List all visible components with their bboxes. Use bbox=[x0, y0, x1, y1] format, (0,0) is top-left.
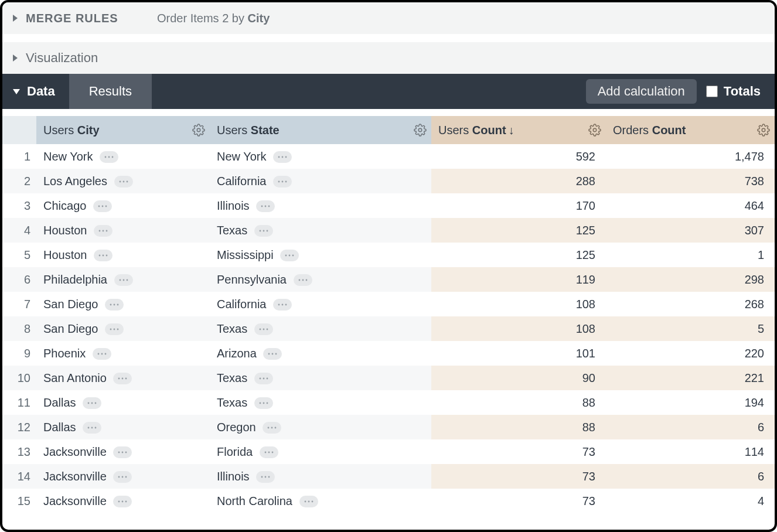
cell-state[interactable]: New York bbox=[210, 144, 431, 169]
visualization-panel[interactable]: Visualization bbox=[2, 42, 775, 74]
cell-state[interactable]: Texas bbox=[210, 366, 431, 390]
ellipsis-icon[interactable] bbox=[113, 496, 132, 507]
cell-orders-count[interactable]: 738 bbox=[606, 169, 775, 193]
cell-city[interactable]: Phoenix bbox=[36, 341, 210, 366]
cell-orders-count[interactable]: 298 bbox=[606, 267, 775, 292]
cell-users-count[interactable]: 88 bbox=[431, 390, 606, 415]
ellipsis-icon[interactable] bbox=[263, 422, 281, 434]
cell-orders-count[interactable]: 307 bbox=[606, 218, 775, 243]
gear-icon[interactable] bbox=[192, 124, 205, 137]
cell-orders-count[interactable]: 464 bbox=[606, 193, 775, 218]
cell-city[interactable]: San Diego bbox=[36, 292, 210, 316]
ellipsis-icon[interactable] bbox=[254, 323, 273, 335]
cell-users-count[interactable]: 108 bbox=[431, 316, 606, 341]
cell-state[interactable]: Arizona bbox=[210, 341, 431, 366]
add-calculation-button[interactable]: Add calculation bbox=[586, 79, 697, 104]
totals-toggle[interactable]: Totals bbox=[706, 74, 775, 109]
cell-state[interactable]: Texas bbox=[210, 390, 431, 415]
cell-city[interactable]: Philadelphia bbox=[36, 267, 210, 292]
ellipsis-icon[interactable] bbox=[254, 225, 273, 237]
column-header-users-count[interactable]: Users Count ↓ bbox=[431, 116, 606, 144]
cell-orders-count[interactable]: 221 bbox=[606, 366, 775, 390]
cell-users-count[interactable]: 73 bbox=[431, 439, 606, 464]
ellipsis-icon[interactable] bbox=[113, 373, 132, 384]
cell-orders-count[interactable]: 1,478 bbox=[606, 144, 775, 169]
cell-users-count[interactable]: 119 bbox=[431, 267, 606, 292]
cell-city[interactable]: Houston bbox=[36, 218, 210, 243]
cell-orders-count[interactable]: 4 bbox=[606, 489, 775, 513]
cell-city[interactable]: New York bbox=[36, 144, 210, 169]
ellipsis-icon[interactable] bbox=[113, 446, 132, 458]
ellipsis-icon[interactable] bbox=[273, 176, 292, 187]
column-header-orders-count[interactable]: Orders Count bbox=[606, 116, 775, 144]
ellipsis-icon[interactable] bbox=[256, 200, 275, 212]
cell-users-count[interactable]: 101 bbox=[431, 341, 606, 366]
cell-orders-count[interactable]: 220 bbox=[606, 341, 775, 366]
cell-state[interactable]: Illinois bbox=[210, 464, 431, 489]
ellipsis-icon[interactable] bbox=[254, 373, 273, 384]
data-tab[interactable]: Data bbox=[2, 74, 69, 109]
merge-rules-panel[interactable]: Merge Rules Order Items 2 by City bbox=[2, 2, 775, 34]
ellipsis-icon[interactable] bbox=[105, 323, 124, 335]
ellipsis-icon[interactable] bbox=[254, 397, 273, 409]
ellipsis-icon[interactable] bbox=[273, 151, 292, 163]
ellipsis-icon[interactable] bbox=[256, 471, 275, 483]
cell-state[interactable]: Texas bbox=[210, 218, 431, 243]
ellipsis-icon[interactable] bbox=[100, 151, 118, 163]
ellipsis-icon[interactable] bbox=[260, 446, 278, 458]
cell-city[interactable]: San Antonio bbox=[36, 366, 210, 390]
ellipsis-icon[interactable] bbox=[299, 496, 318, 507]
cell-state[interactable]: North Carolina bbox=[210, 489, 431, 513]
ellipsis-icon[interactable] bbox=[280, 250, 299, 261]
column-header-state[interactable]: Users State bbox=[210, 116, 431, 144]
ellipsis-icon[interactable] bbox=[94, 225, 113, 237]
ellipsis-icon[interactable] bbox=[113, 471, 132, 483]
cell-users-count[interactable]: 88 bbox=[431, 415, 606, 439]
ellipsis-icon[interactable] bbox=[114, 176, 133, 187]
cell-city[interactable]: Chicago bbox=[36, 193, 210, 218]
cell-city[interactable]: Dallas bbox=[36, 390, 210, 415]
ellipsis-icon[interactable] bbox=[105, 299, 124, 311]
cell-city[interactable]: Houston bbox=[36, 243, 210, 267]
cell-orders-count[interactable]: 194 bbox=[606, 390, 775, 415]
ellipsis-icon[interactable] bbox=[263, 348, 282, 360]
cell-users-count[interactable]: 108 bbox=[431, 292, 606, 316]
cell-orders-count[interactable]: 6 bbox=[606, 464, 775, 489]
cell-orders-count[interactable]: 1 bbox=[606, 243, 775, 267]
cell-state[interactable]: Mississippi bbox=[210, 243, 431, 267]
cell-state[interactable]: Texas bbox=[210, 316, 431, 341]
ellipsis-icon[interactable] bbox=[273, 299, 292, 311]
totals-checkbox[interactable] bbox=[706, 86, 718, 97]
cell-users-count[interactable]: 288 bbox=[431, 169, 606, 193]
cell-users-count[interactable]: 125 bbox=[431, 218, 606, 243]
cell-state[interactable]: Illinois bbox=[210, 193, 431, 218]
ellipsis-icon[interactable] bbox=[83, 422, 101, 434]
cell-city[interactable]: Dallas bbox=[36, 415, 210, 439]
ellipsis-icon[interactable] bbox=[94, 250, 113, 261]
cell-users-count[interactable]: 170 bbox=[431, 193, 606, 218]
cell-orders-count[interactable]: 5 bbox=[606, 316, 775, 341]
cell-orders-count[interactable]: 6 bbox=[606, 415, 775, 439]
cell-state[interactable]: Pennsylvania bbox=[210, 267, 431, 292]
cell-users-count[interactable]: 90 bbox=[431, 366, 606, 390]
ellipsis-icon[interactable] bbox=[294, 274, 312, 286]
gear-icon[interactable] bbox=[757, 124, 770, 137]
ellipsis-icon[interactable] bbox=[93, 348, 111, 360]
ellipsis-icon[interactable] bbox=[83, 397, 101, 409]
ellipsis-icon[interactable] bbox=[114, 274, 133, 286]
cell-city[interactable]: Los Angeles bbox=[36, 169, 210, 193]
cell-state[interactable]: Florida bbox=[210, 439, 431, 464]
gear-icon[interactable] bbox=[588, 124, 601, 137]
results-tab[interactable]: Results bbox=[69, 74, 152, 109]
cell-users-count[interactable]: 73 bbox=[431, 464, 606, 489]
cell-state[interactable]: Oregon bbox=[210, 415, 431, 439]
cell-city[interactable]: Jacksonville bbox=[36, 464, 210, 489]
cell-users-count[interactable]: 592 bbox=[431, 144, 606, 169]
gear-icon[interactable] bbox=[414, 124, 427, 137]
cell-city[interactable]: Jacksonville bbox=[36, 439, 210, 464]
cell-users-count[interactable]: 73 bbox=[431, 489, 606, 513]
cell-state[interactable]: California bbox=[210, 292, 431, 316]
cell-users-count[interactable]: 125 bbox=[431, 243, 606, 267]
column-header-city[interactable]: Users City bbox=[36, 116, 210, 144]
cell-orders-count[interactable]: 268 bbox=[606, 292, 775, 316]
